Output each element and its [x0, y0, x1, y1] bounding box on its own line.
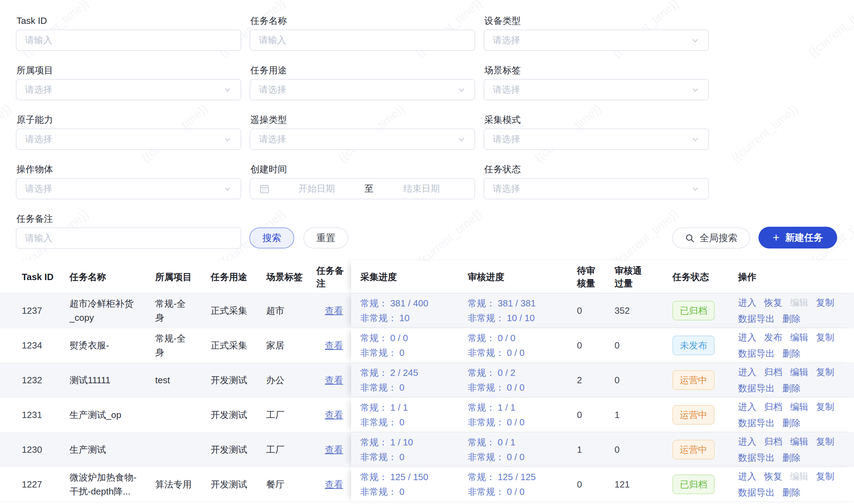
reset-button[interactable]: 重置 — [303, 227, 348, 248]
cell-project: 常规-全身 — [155, 297, 211, 325]
action-link[interactable]: 复制 — [816, 399, 834, 414]
action-link[interactable]: 归档 — [764, 399, 782, 414]
view-remark-link[interactable]: 查看 — [325, 479, 343, 490]
action-link[interactable]: 复制 — [816, 295, 834, 310]
cell-remark: 查看 — [316, 305, 351, 317]
filter-select[interactable]: 请选择 — [250, 79, 475, 100]
task-table: Task ID 任务名称 所属项目 任务用途 场景标签 任务备注 采集进度 审核… — [0, 260, 854, 502]
status-badge: 已归档 — [672, 301, 715, 320]
view-remark-link[interactable]: 查看 — [325, 410, 343, 420]
cell-task-id: 1230 — [22, 443, 70, 457]
action-link[interactable]: 删除 — [782, 416, 801, 430]
action-link[interactable]: 恢复 — [764, 469, 782, 484]
action-link[interactable]: 归档 — [764, 434, 782, 449]
filter-select[interactable]: 请选择 — [484, 128, 709, 150]
action-link[interactable]: 数据导出 — [738, 346, 775, 361]
table-row: 1237超市冷鲜柜补货_copy常规-全身正式采集超市查看常规： 381 / 4… — [0, 293, 854, 328]
action-link[interactable]: 进入 — [738, 434, 756, 449]
filter-field: 任务用途请选择 — [250, 65, 475, 100]
filter-label: 任务用途 — [250, 65, 475, 75]
chevron-down-icon — [457, 85, 466, 94]
filter-field: 场景标签请选择 — [484, 65, 709, 100]
end-date-placeholder[interactable]: 结束日期 — [377, 183, 466, 195]
action-link[interactable]: 删除 — [782, 311, 801, 326]
filter-last-row: 任务备注 搜索 重置 全局搜索 + 新建任务 — [16, 213, 837, 249]
action-link[interactable]: 恢复 — [764, 295, 782, 310]
filter-select[interactable]: 请选择 — [484, 29, 709, 51]
col-header-project: 所属项目 — [155, 271, 211, 283]
action-link[interactable]: 复制 — [816, 469, 834, 484]
row-left-section: 1232测试11111test开发测试办公查看 — [0, 363, 351, 397]
action-link[interactable]: 进入 — [738, 295, 756, 310]
action-link[interactable]: 进入 — [738, 399, 756, 414]
view-remark-link[interactable]: 查看 — [325, 305, 343, 316]
action-link[interactable]: 进入 — [738, 365, 756, 379]
cell-task-name: 微波炉加热食物-干扰-depth降... — [70, 470, 155, 498]
action-link[interactable]: 归档 — [764, 365, 782, 379]
progress-regular: 常规： 0 / 2 — [468, 365, 577, 380]
cell-remark: 查看 — [316, 339, 351, 352]
action-link[interactable]: 删除 — [782, 346, 801, 361]
filter-select[interactable]: 请选择 — [250, 128, 475, 150]
search-button[interactable]: 搜索 — [249, 227, 294, 248]
chevron-down-icon — [691, 184, 700, 193]
action-link[interactable]: 编辑 — [790, 434, 808, 449]
col-header-collect: 采集进度 — [360, 271, 468, 283]
progress-regular: 常规： 381 / 381 — [468, 296, 577, 311]
action-link[interactable]: 数据导出 — [738, 416, 775, 430]
action-link[interactable]: 数据导出 — [738, 485, 775, 500]
filter-label: 遥操类型 — [250, 114, 475, 125]
col-header-pending: 待审核量 — [577, 264, 615, 290]
progress-irregular: 非常规： 0 — [360, 380, 468, 395]
global-search-button[interactable]: 全局搜索 — [672, 227, 750, 248]
action-link[interactable]: 编辑 — [790, 365, 808, 379]
row-fixed-section: 常规： 381 / 400非常规： 10常规： 381 / 381非常规： 10… — [351, 293, 854, 328]
filter-select[interactable]: 请选择 — [16, 128, 241, 150]
filter-select[interactable]: 请选择 — [16, 178, 241, 199]
task-remark-input[interactable] — [16, 227, 241, 249]
cell-purpose: 正式采集 — [211, 338, 266, 352]
progress-irregular: 非常规： 0 / 0 — [468, 345, 577, 360]
cell-task-id: 1232 — [22, 373, 70, 387]
filter-text-input[interactable] — [250, 29, 475, 51]
select-placeholder: 请选择 — [493, 183, 691, 195]
cell-pending-count: 0 — [577, 477, 615, 491]
action-link[interactable]: 删除 — [782, 485, 801, 500]
cell-project: 算法专用 — [155, 477, 211, 491]
row-left-section: 1231生产测试_op开发测试工厂查看 — [0, 398, 351, 432]
filter-text-input[interactable] — [16, 29, 241, 51]
action-link[interactable]: 数据导出 — [738, 450, 775, 465]
filter-select[interactable]: 请选择 — [484, 178, 709, 199]
view-remark-link[interactable]: 查看 — [325, 444, 343, 455]
action-link[interactable]: 进入 — [738, 469, 756, 484]
progress-irregular: 非常规： 0 — [360, 415, 468, 430]
action-link[interactable]: 编辑 — [790, 330, 808, 345]
action-link[interactable]: 复制 — [816, 434, 834, 449]
start-date-placeholder[interactable]: 开始日期 — [272, 183, 361, 195]
action-link[interactable]: 复制 — [816, 330, 834, 345]
col-header-remark: 任务备注 — [316, 264, 351, 290]
action-link[interactable]: 复制 — [816, 365, 834, 379]
action-link[interactable]: 删除 — [782, 381, 801, 396]
action-link[interactable]: 编辑 — [790, 399, 808, 414]
action-link[interactable]: 数据导出 — [738, 381, 775, 396]
filter-select[interactable]: 请选择 — [16, 79, 241, 100]
cell-review-progress: 常规： 0 / 1非常规： 0 / 0 — [468, 435, 577, 464]
cell-task-name: 熨烫衣服- — [70, 338, 155, 352]
action-link[interactable]: 进入 — [738, 330, 756, 345]
filter-field: Task ID — [16, 15, 241, 51]
action-link[interactable]: 删除 — [782, 450, 801, 465]
action-link[interactable]: 数据导出 — [738, 311, 775, 326]
cell-scene: 超市 — [266, 304, 316, 318]
status-badge: 运营中 — [672, 370, 715, 390]
cell-project: 常规-全身 — [155, 331, 211, 359]
view-remark-link[interactable]: 查看 — [325, 340, 343, 351]
select-placeholder: 请选择 — [25, 183, 223, 195]
view-remark-link[interactable]: 查看 — [325, 375, 343, 385]
filter-select[interactable]: 请选择 — [484, 79, 709, 100]
progress-regular: 常规： 1 / 10 — [360, 435, 468, 450]
date-range-picker[interactable]: 开始日期至结束日期 — [250, 178, 475, 199]
new-task-button[interactable]: + 新建任务 — [758, 227, 837, 248]
filter-field: 遥操类型请选择 — [250, 114, 475, 150]
action-link[interactable]: 发布 — [764, 330, 782, 345]
